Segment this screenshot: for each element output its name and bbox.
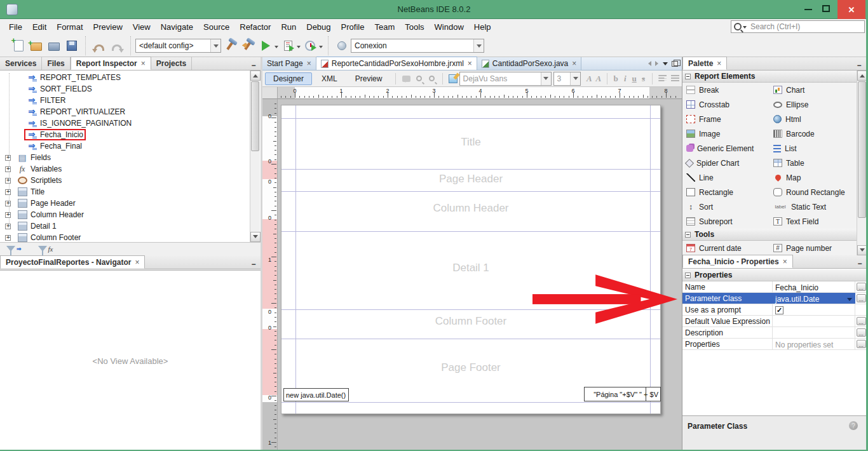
tab-properties[interactable]: Fecha_Inicio - Properties	[682, 255, 793, 268]
new-file-button[interactable]	[11, 38, 26, 53]
close-icon[interactable]	[717, 59, 721, 68]
scroll-down-button[interactable]	[250, 232, 261, 242]
scroll-up-button[interactable]	[250, 71, 261, 81]
scroll-up-button[interactable]	[857, 71, 867, 81]
ellipsis-button[interactable]	[857, 283, 866, 291]
italic-button[interactable]: i	[620, 74, 629, 84]
palette-item[interactable]: List	[770, 141, 857, 156]
tree-item[interactable]: Variables	[0, 163, 261, 175]
preview-view-button[interactable]: Preview	[347, 72, 391, 85]
expander-icon[interactable]	[5, 224, 11, 229]
tree-scrollbar[interactable]	[250, 71, 260, 242]
band-line[interactable]	[281, 169, 660, 170]
build-project-button[interactable]	[222, 38, 238, 53]
tab-palette[interactable]: Palette	[682, 57, 727, 70]
chevron-down-icon[interactable]	[847, 298, 852, 304]
palette-item[interactable]: Generic Element	[682, 141, 770, 156]
help-icon[interactable]: ?	[849, 421, 858, 430]
palette-item[interactable]: Table	[770, 156, 857, 170]
underline-button[interactable]: u	[630, 74, 639, 84]
menu-item[interactable]: Preview	[88, 20, 128, 34]
menu-item[interactable]: Profile	[336, 20, 370, 34]
properties-group-header[interactable]: Properties	[682, 269, 867, 281]
comment-tool-button[interactable]	[400, 73, 412, 84]
band-line[interactable]	[281, 191, 660, 192]
tab-start-page[interactable]: Start Page	[262, 57, 316, 70]
menu-item[interactable]: Window	[430, 20, 469, 34]
property-row-name[interactable]: Name Fecha_Inicio	[682, 281, 867, 293]
menu-item[interactable]: Help	[469, 20, 496, 34]
minimize-button[interactable]	[804, 9, 812, 10]
maximize-editor-icon[interactable]	[672, 61, 678, 67]
close-icon[interactable]	[141, 59, 146, 68]
expander-icon[interactable]	[5, 166, 11, 172]
property-row-properties[interactable]: Properties No properties set	[682, 339, 867, 350]
tree-item[interactable]: Scriptlets	[0, 175, 261, 186]
palette-item[interactable]: Html	[770, 112, 857, 126]
palette-item[interactable]: Barcode	[770, 126, 857, 141]
page-number-textfield[interactable]: "Página "+$V" " + $V	[584, 387, 661, 401]
menu-item[interactable]: Debug	[301, 20, 336, 34]
save-all-button[interactable]	[64, 38, 79, 53]
property-row-description[interactable]: Description	[682, 327, 867, 339]
clean-build-button[interactable]	[240, 38, 255, 53]
menu-item[interactable]: Source	[198, 20, 234, 34]
close-icon[interactable]	[307, 59, 311, 68]
property-row-use-as-prompt[interactable]: Use as a prompt	[682, 304, 867, 316]
close-icon[interactable]	[572, 59, 576, 68]
menu-item[interactable]: Tools	[400, 20, 429, 34]
minimize-panel-button[interactable]	[249, 61, 258, 70]
palette-item[interactable]: Text Field	[770, 214, 857, 229]
zoom-in-button[interactable]	[413, 73, 424, 84]
tree-item[interactable]: FILTER	[0, 95, 261, 106]
palette-item[interactable]: Round Rectangle	[770, 185, 857, 199]
font-size-combobox[interactable]: 3	[553, 72, 581, 86]
menu-item[interactable]: Refactor	[234, 20, 276, 34]
chevron-down-icon[interactable]	[570, 72, 580, 85]
chevron-down-icon[interactable]	[541, 72, 551, 85]
menu-item[interactable]: Navigate	[156, 20, 198, 34]
filter-variables-button[interactable]: fx	[38, 245, 53, 253]
ellipsis-button[interactable]	[857, 340, 866, 348]
debug-project-button[interactable]	[280, 38, 295, 53]
menu-item[interactable]: View	[128, 20, 156, 34]
chevron-down-icon[interactable]	[473, 39, 484, 52]
tab-files[interactable]: Files	[42, 57, 70, 70]
palette-item[interactable]: Line	[682, 170, 770, 185]
grow-font-button[interactable]: A	[585, 74, 593, 84]
menu-item[interactable]: Run	[276, 20, 301, 34]
tree-item[interactable]: Fields	[0, 152, 261, 163]
band-line[interactable]	[281, 118, 660, 119]
scroll-tabs-left-icon[interactable]	[646, 61, 651, 66]
redo-button[interactable]	[109, 38, 125, 53]
band-line[interactable]	[281, 402, 660, 403]
connection-combobox[interactable]: Conexion	[351, 39, 484, 53]
minimize-panel-button[interactable]	[249, 260, 258, 269]
scrollbar-thumb[interactable]	[858, 81, 866, 218]
band-line[interactable]	[281, 231, 660, 232]
expander-icon[interactable]	[5, 178, 11, 184]
minimize-panel-button[interactable]	[855, 259, 864, 268]
tab-jrxml[interactable]: ReporteCantidadPorSexoHombre.jrxml	[316, 57, 477, 70]
expander-icon[interactable]	[5, 201, 11, 206]
tree-item[interactable]: REPORT_VIRTUALIZER	[0, 106, 261, 118]
palette-item[interactable]: Frame	[682, 112, 770, 126]
tree-item[interactable]: IS_IGNORE_PAGINATION	[0, 118, 261, 129]
close-icon[interactable]	[135, 258, 139, 267]
close-icon[interactable]	[783, 257, 787, 266]
search-input[interactable]	[749, 22, 864, 32]
new-project-button[interactable]	[29, 38, 44, 53]
palette-item[interactable]: Ellipse	[770, 97, 857, 112]
font-family-combobox[interactable]: DejaVu Sans	[459, 72, 552, 86]
zoom-out-button[interactable]	[426, 73, 438, 84]
scrollbar-thumb[interactable]	[251, 81, 259, 151]
tree-item[interactable]: SORT_FIELDS	[0, 83, 261, 95]
ellipsis-button[interactable]	[857, 294, 866, 302]
tree-item[interactable]: Fecha_Final	[0, 140, 261, 152]
tab-java[interactable]: CantidadPorSexo.java	[477, 57, 581, 70]
tree-item[interactable]: Title	[0, 186, 261, 198]
palette-item[interactable]: Sort	[682, 199, 770, 214]
run-project-button[interactable]	[258, 38, 273, 53]
tree-item[interactable]: REPORT_TEMPLATES	[0, 72, 261, 83]
palette-scrollbar[interactable]	[857, 71, 867, 255]
